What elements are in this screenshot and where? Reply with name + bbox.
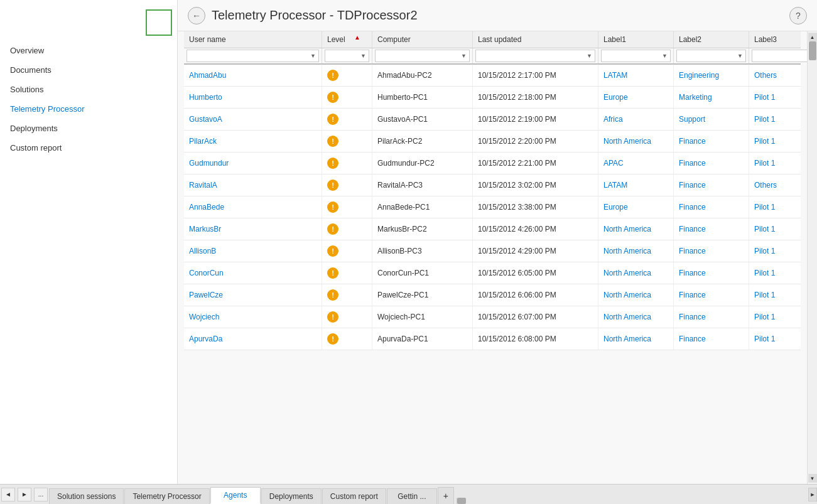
cell-username[interactable]: AhmadAbu xyxy=(184,65,322,86)
cell-computer: Humberto-PC1 xyxy=(372,87,473,108)
cell-username[interactable]: MarkusBr xyxy=(184,218,322,240)
filter-username-dropdown[interactable]: ▼ xyxy=(187,50,319,62)
cell-label3: Pilot 1 xyxy=(749,196,807,218)
sidebar-item-documents[interactable]: Documents xyxy=(0,60,177,80)
cell-username[interactable]: AnnaBede xyxy=(184,196,322,218)
level-icon: ! xyxy=(327,180,338,191)
filter-lastupdated[interactable]: ▼ xyxy=(473,48,598,63)
filter-computer-dropdown[interactable]: ▼ xyxy=(375,50,470,62)
sidebar-item-overview[interactable]: Overview xyxy=(0,41,177,60)
cell-label1: North America xyxy=(598,240,674,262)
tab-agents[interactable]: Agents xyxy=(210,487,261,504)
vertical-scrollbar[interactable]: ▲ ▼ xyxy=(807,31,817,484)
level-icon: ! xyxy=(327,223,338,235)
cell-lastupdated: 10/15/2012 4:26:00 PM xyxy=(473,218,598,240)
tab-telemetry-processor[interactable]: Telemetry Processor xyxy=(124,488,209,504)
cell-level: ! xyxy=(322,131,372,152)
col-header-label1: Label1 xyxy=(598,31,674,48)
table-container[interactable]: User name Level ▲ Computer Last updated xyxy=(178,31,807,484)
cell-label2: Finance xyxy=(674,196,749,218)
filter-computer[interactable]: ▼ xyxy=(372,48,473,63)
cell-label1: North America xyxy=(598,218,674,240)
col-header-lastupdated: Last updated xyxy=(473,31,598,48)
cell-label2: Finance xyxy=(674,240,749,262)
cell-username[interactable]: Wojciech xyxy=(184,306,322,328)
level-icon: ! xyxy=(327,311,338,323)
cell-username[interactable]: Humberto xyxy=(184,87,322,108)
sidebar-item-telemetry-processor[interactable]: Telemetry Processor xyxy=(0,99,177,119)
horizontal-scroll-thumb[interactable] xyxy=(457,498,466,504)
tab-add-button[interactable]: + xyxy=(438,487,454,504)
cell-computer: ConorCun-PC1 xyxy=(372,262,473,284)
filter-label3-dropdown[interactable]: ▼ xyxy=(752,50,807,62)
cell-lastupdated: 10/15/2012 2:17:00 PM xyxy=(473,65,598,86)
filter-label2[interactable]: ▼ xyxy=(674,48,749,63)
filter-row: ▼ ▼ ▼ ▼ ▼ xyxy=(184,48,801,65)
tab-deployments[interactable]: Deployments xyxy=(261,488,322,504)
filter-label3[interactable]: ▼ xyxy=(749,48,807,63)
help-button[interactable]: ? xyxy=(789,7,807,24)
tab-next-button[interactable]: ► xyxy=(18,488,31,501)
cell-username[interactable]: Gudmundur xyxy=(184,153,322,174)
tab-prev-button[interactable]: ◄ xyxy=(1,488,15,501)
cell-username[interactable]: RavitalA xyxy=(184,174,322,196)
cell-label3: Pilot 1 xyxy=(749,109,807,130)
sidebar-item-solutions[interactable]: Solutions xyxy=(0,80,177,99)
level-icon: ! xyxy=(327,114,338,125)
tab-custom-report[interactable]: Custom report xyxy=(322,488,386,504)
cell-label1: North America xyxy=(598,328,674,350)
cell-lastupdated: 10/15/2012 6:08:00 PM xyxy=(473,328,598,350)
level-icon: ! xyxy=(327,201,338,213)
filter-label1-dropdown[interactable]: ▼ xyxy=(601,50,671,62)
cell-level: ! xyxy=(322,65,372,86)
cell-label2: Finance xyxy=(674,306,749,328)
tab-more-button[interactable]: ... xyxy=(34,488,48,501)
scroll-track[interactable] xyxy=(808,41,817,474)
back-button[interactable]: ← xyxy=(188,7,205,24)
cell-label2: Support xyxy=(674,109,749,130)
cell-username[interactable]: GustavoA xyxy=(184,109,322,130)
filter-level[interactable]: ▼ xyxy=(322,48,372,63)
table-area: User name Level ▲ Computer Last updated xyxy=(178,31,817,484)
cell-label1: Europe xyxy=(598,196,674,218)
cell-computer: GustavoA-PC1 xyxy=(372,109,473,130)
level-icon: ! xyxy=(327,92,338,103)
tab-solution-sessions[interactable]: Solution sessions xyxy=(49,488,124,504)
table-row: MarkusBr ! MarkusBr-PC2 10/15/2012 4:26:… xyxy=(184,218,801,240)
cell-level: ! xyxy=(322,153,372,174)
sidebar-item-deployments[interactable]: Deployments xyxy=(0,119,177,138)
scroll-right-button[interactable]: ► xyxy=(808,488,817,501)
table-row: GustavoA ! GustavoA-PC1 10/15/2012 2:19:… xyxy=(184,109,801,131)
scroll-down-button[interactable]: ▼ xyxy=(808,474,817,483)
scroll-thumb[interactable] xyxy=(809,41,816,60)
cell-label1: APAC xyxy=(598,153,674,174)
table-header: User name Level ▲ Computer Last updated xyxy=(184,31,801,48)
filter-label2-dropdown[interactable]: ▼ xyxy=(676,50,746,62)
sidebar-item-custom-report[interactable]: Custom report xyxy=(0,138,177,158)
cell-username[interactable]: ConorCun xyxy=(184,262,322,284)
cell-label2: Finance xyxy=(674,174,749,196)
cell-level: ! xyxy=(322,87,372,108)
cell-computer: PawelCze-PC1 xyxy=(372,284,473,306)
cell-label3: Pilot 1 xyxy=(749,218,807,240)
filter-level-dropdown[interactable]: ▼ xyxy=(325,50,369,62)
filter-lastupdated-dropdown[interactable]: ▼ xyxy=(475,50,595,62)
cell-username[interactable]: PawelCze xyxy=(184,284,322,306)
cell-username[interactable]: AllisonB xyxy=(184,240,322,262)
sidebar: OverviewDocumentsSolutionsTelemetry Proc… xyxy=(0,0,178,484)
cell-username[interactable]: PilarAck xyxy=(184,131,322,152)
cell-username[interactable]: ApurvaDa xyxy=(184,328,322,350)
filter-username[interactable]: ▼ xyxy=(184,48,322,63)
tab-gettin-...[interactable]: Gettin ... xyxy=(387,488,437,504)
filter-label1[interactable]: ▼ xyxy=(598,48,674,63)
cell-label2: Finance xyxy=(674,262,749,284)
scroll-up-button[interactable]: ▲ xyxy=(808,33,817,41)
col-header-level: Level ▲ xyxy=(322,31,372,48)
table-row: AnnaBede ! AnnaBede-PC1 10/15/2012 3:38:… xyxy=(184,196,801,218)
cell-label1: LATAM xyxy=(598,174,674,196)
horizontal-scrollbar[interactable] xyxy=(457,498,808,504)
cell-label2: Finance xyxy=(674,131,749,152)
cell-level: ! xyxy=(322,196,372,218)
page-header: ← Telemetry Processor - TDProcessor2 ? xyxy=(178,0,817,31)
table-row: AhmadAbu ! AhmadAbu-PC2 10/15/2012 2:17:… xyxy=(184,65,801,87)
